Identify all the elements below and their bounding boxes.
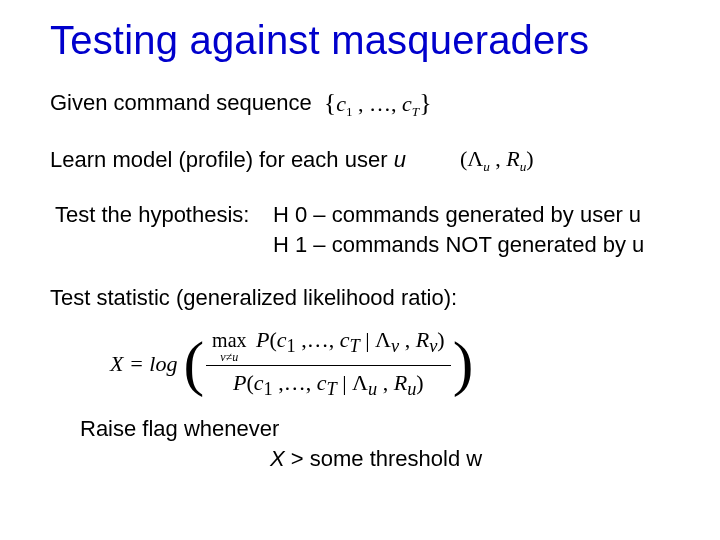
line-learn: Learn model (profile) for each user u (Λ… <box>50 144 680 175</box>
eq-denominator: P(c1 ,…, cT | Λu , Ru) <box>227 366 430 404</box>
text-hypothesis-intro: Test the hypothesis: <box>55 200 273 230</box>
text-stat-label: Test statistic (generalized likelihood r… <box>50 283 680 313</box>
equation-block: X = log ( max v≠u P(c1 ,…, cT | Λv , Rv)… <box>110 323 680 404</box>
text-h0: H 0 – commands generated by user u <box>273 200 641 230</box>
eq-left: X = log <box>110 349 181 379</box>
paren-right-icon: ) <box>451 332 476 394</box>
hypothesis-block: Test the hypothesis: H 0 – commands gene… <box>55 200 680 259</box>
slide-title: Testing against masqueraders <box>50 18 680 63</box>
slide: Testing against masqueraders Given comma… <box>0 0 720 540</box>
math-model: (Λu , Ru) <box>460 144 534 175</box>
eq-max-op: max <box>212 330 246 350</box>
text-raise-flag: Raise flag whenever <box>50 414 680 444</box>
line-given: Given command sequence {c1 , …, cT} <box>50 85 680 120</box>
math-sequence: {c1 , …, cT} <box>324 85 432 120</box>
eq-max-cond: v≠u <box>220 350 238 363</box>
paren-left-icon: ( <box>181 332 206 394</box>
text-learn: Learn model (profile) for each user u <box>50 145 406 175</box>
fraction: max v≠u P(c1 ,…, cT | Λv , Rv) P(c1 ,…, … <box>206 323 451 404</box>
text-threshold: X > some threshold w <box>50 444 680 474</box>
slide-body: Given command sequence {c1 , …, cT} Lear… <box>50 85 680 473</box>
text-h1: H 1 – commands NOT generated by u <box>55 230 680 260</box>
text-given: Given command sequence <box>50 88 312 118</box>
eq-numerator: max v≠u P(c1 ,…, cT | Λv , Rv) <box>206 323 451 365</box>
